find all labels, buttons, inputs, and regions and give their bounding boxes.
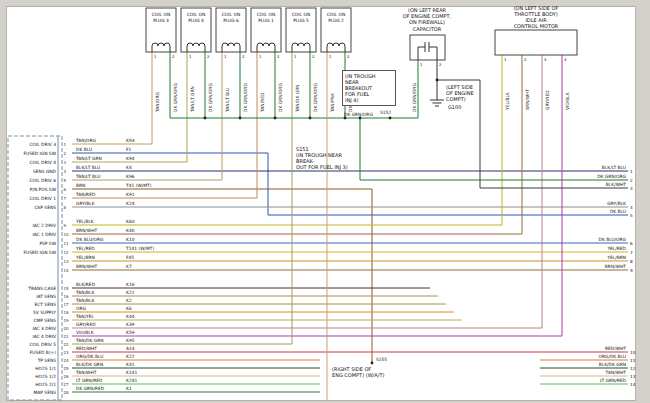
wire-color-label: TAN/LT GRN [190, 86, 195, 113]
wire-color-label: VIO/BLK [76, 330, 94, 335]
pcm-pin-label: PSP SW [39, 241, 56, 246]
circuit-label: K21 [126, 290, 135, 295]
wire-color-label: GRY/BLK [76, 201, 95, 206]
pcm-pin-label: IAC 3 DRIV [32, 326, 56, 331]
circuit-label: K94 [126, 156, 135, 161]
pcm-pin-number: 21 [64, 334, 70, 339]
wire-color-label: TAN/WHT [75, 370, 97, 375]
pcm-pin-label: FUSED IGN SW [23, 151, 56, 156]
coil-label: COIL ON [257, 12, 275, 17]
splice-note-s151: S151 (IN TROUGH NEAR BREAK- OUT FOR FUEL… [296, 146, 360, 170]
pcm-pin-label: P/N POS SW [30, 187, 57, 192]
terminal-wire-label: DK BLU/ORG [599, 237, 627, 242]
wire-color-label: DK BLU/ORG [76, 237, 104, 242]
pcm-pin-label: IAT SENS [36, 294, 56, 299]
pcm-pin-label: COIL DRIV 4 [29, 160, 56, 165]
circuit-label: K4 [126, 165, 132, 170]
wire-color-label: YEL/BLK [505, 92, 510, 111]
pcm-pin-number: 15 [64, 286, 70, 291]
circuit-label: K6 [126, 306, 132, 311]
coil-label: PLUG 6 [223, 18, 239, 23]
terminal-wire-label: RED/WHT [605, 346, 626, 351]
terminal-number: 9 [630, 268, 633, 273]
pcm-pin-number: 19 [64, 318, 70, 323]
wire-color-label: YEL/RED [75, 246, 95, 251]
wiring-diagram-page: COIL DRIV 31TAN/ORGK93FUSED IGN SW2DK BL… [0, 0, 650, 403]
wire-color-label: YEL/BRN [75, 255, 95, 260]
wire-color-label: RED/WHT [76, 346, 97, 351]
terminal-number: 1 [630, 169, 633, 174]
iac-box [495, 30, 577, 55]
terminal-number: 5 [630, 213, 633, 218]
junction-dot [359, 117, 362, 120]
pin-number: 2 [347, 54, 350, 59]
wire-color-label: BLK/RED [76, 282, 96, 287]
junction-dot [204, 117, 207, 120]
coil-label: PLUG 3 [153, 18, 169, 23]
pcm-pin-number: 18 [64, 310, 70, 315]
pcm-pin-number: 28 [64, 390, 70, 395]
terminal-wire-label: ORG/DK BLU [599, 354, 627, 359]
circuit-label: K10 [126, 237, 135, 242]
wire-color-label: BRN/WHT [525, 89, 530, 110]
pcm-pin-label: ECT SENS [34, 302, 56, 307]
capacitor-name: CAPACITOR [394, 26, 460, 32]
pcm-pin-number: 23 [64, 350, 70, 355]
wire-color-label: DK GRN/ORG [412, 83, 417, 112]
pin-number: 1 [259, 54, 262, 59]
pin-number: 1 [504, 57, 507, 62]
ground-name: G100 [448, 104, 478, 110]
circuit-label: F1 [126, 147, 132, 152]
circuit-label: K24 [126, 201, 135, 206]
circuit-label: K22 [126, 354, 135, 359]
coil-label: COIL ON [152, 12, 170, 17]
pcm-pin-number: 8 [64, 205, 67, 210]
pcm-pin-number: 4 [64, 169, 67, 174]
circuit-label: K59 [126, 330, 135, 335]
wire-color-label: BLK/DK GRN [76, 362, 103, 367]
pin-number: 1 [154, 54, 157, 59]
pcm-pin-number: 11 [64, 241, 70, 246]
splice-note-s155: (RIGHT SIDE OF ENG COMPT) (W/A/T) [332, 366, 406, 378]
wire-color-label: YEL/BLK [75, 219, 94, 224]
circuit-label: K241 [126, 378, 137, 383]
pcm-pin-label: CMP SENS [33, 318, 56, 323]
pin-number: 1 [420, 62, 423, 67]
pcm-pin-number: 20 [64, 326, 70, 331]
pin-number: 1 [294, 54, 297, 59]
wire-color-label: TAN/LT BLU [225, 88, 230, 113]
terminal-wire-label: YEL/RED [606, 246, 626, 251]
circuit-label: T41 (W/MT) [125, 183, 152, 188]
pin-number: 2 [312, 54, 315, 59]
terminal-wire-label: BLK/DK GRN [599, 362, 626, 367]
pcm-pin-number: 9 [64, 223, 67, 228]
junction-dot [309, 117, 312, 120]
pcm-pin-number: 10 [64, 232, 70, 237]
circuit-label: K41 [126, 362, 135, 367]
wire-color-label: DK GRN/ORG [243, 83, 248, 112]
terminal-wire-label: BLK/WHT [606, 182, 626, 187]
splice-label: S152 [380, 110, 391, 115]
circuit-label: K40 [126, 228, 135, 233]
circuit-label: K93 [126, 138, 135, 143]
coil-label: COIL ON [222, 12, 240, 17]
pcm-pin-number: 24 [64, 358, 70, 363]
pcm-pin-number: 7 [64, 196, 67, 201]
coil-label: PLUG 1 [258, 18, 274, 23]
pcm-pin-number: 26 [64, 374, 70, 379]
wire-color-label: ORG/DK BLU [76, 354, 104, 359]
circuit-label: K2 [126, 298, 132, 303]
wire-color-label: DK GRN/ORG [173, 83, 178, 112]
wire-color-label: TAN/BLK [75, 290, 95, 295]
wire-color-label: TAN/RED [75, 192, 96, 197]
wire-color-label: ORG [76, 306, 87, 311]
terminal-number: 10 [630, 350, 636, 355]
circuit-label: K95 [126, 338, 135, 343]
terminal-wire-label: LT GRN/RED [600, 378, 627, 383]
terminal-wire-label: DK BLU [610, 209, 626, 214]
wire-color-label: TAN/RED [260, 92, 265, 113]
terminal-wire-label: DK GRN/ORG [597, 174, 626, 179]
splice-note-s152: (IN TROUGH NEAR BREAKOUT FOR FUEL INJ 4) [342, 70, 396, 106]
wire-color-label: DK GRN/RED [76, 386, 105, 391]
splice-label: S155 [376, 357, 387, 362]
